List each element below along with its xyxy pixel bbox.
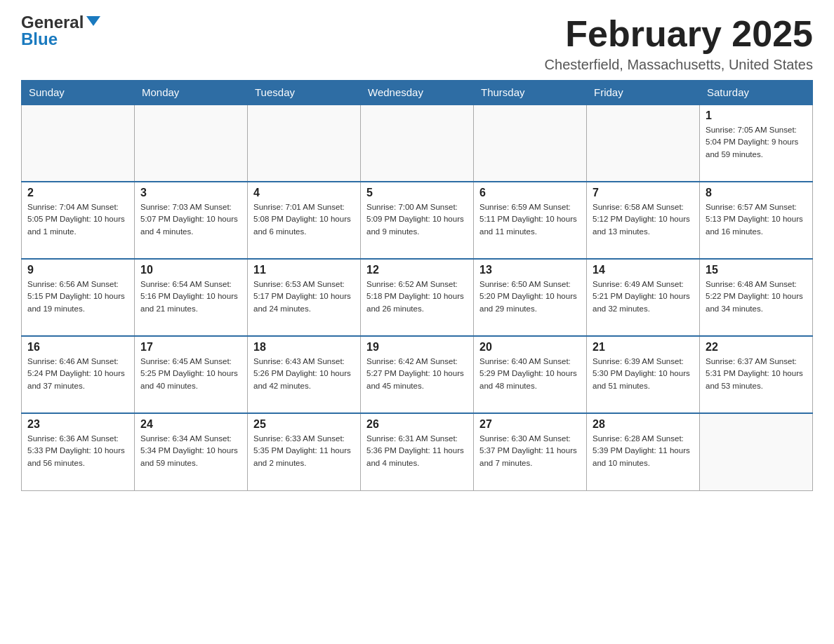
calendar-week-row-4: 16Sunrise: 6:46 AM Sunset: 5:24 PM Dayli…: [22, 336, 813, 413]
calendar-cell: 19Sunrise: 6:42 AM Sunset: 5:27 PM Dayli…: [361, 336, 474, 413]
day-info: Sunrise: 6:33 AM Sunset: 5:35 PM Dayligh…: [253, 433, 355, 469]
calendar-day-header-wednesday: Wednesday: [361, 81, 474, 105]
calendar-table: SundayMondayTuesdayWednesdayThursdayFrid…: [21, 80, 813, 491]
day-number: 12: [366, 264, 468, 276]
day-info: Sunrise: 6:59 AM Sunset: 5:11 PM Dayligh…: [479, 201, 581, 238]
day-info: Sunrise: 6:48 AM Sunset: 5:22 PM Dayligh…: [706, 279, 807, 315]
calendar-cell: [22, 105, 135, 182]
day-number: 19: [366, 341, 468, 354]
calendar-cell: [587, 105, 700, 182]
calendar-cell: 13Sunrise: 6:50 AM Sunset: 5:20 PM Dayli…: [474, 259, 587, 336]
day-number: 22: [706, 341, 807, 354]
day-number: 10: [140, 264, 241, 276]
calendar-week-row-3: 9Sunrise: 6:56 AM Sunset: 5:15 PM Daylig…: [22, 259, 813, 336]
day-info: Sunrise: 6:49 AM Sunset: 5:21 PM Dayligh…: [593, 279, 694, 315]
calendar-cell: 10Sunrise: 6:54 AM Sunset: 5:16 PM Dayli…: [135, 259, 248, 336]
day-number: 8: [706, 187, 807, 199]
day-info: Sunrise: 6:37 AM Sunset: 5:31 PM Dayligh…: [706, 356, 807, 392]
day-number: 4: [253, 187, 355, 199]
day-info: Sunrise: 6:31 AM Sunset: 5:36 PM Dayligh…: [366, 433, 468, 469]
calendar-week-row-5: 23Sunrise: 6:36 AM Sunset: 5:33 PM Dayli…: [22, 413, 813, 490]
day-info: Sunrise: 6:56 AM Sunset: 5:15 PM Dayligh…: [27, 279, 128, 315]
day-number: 15: [706, 264, 807, 276]
calendar-cell: 5Sunrise: 7:00 AM Sunset: 5:09 PM Daylig…: [361, 182, 474, 259]
day-info: Sunrise: 6:53 AM Sunset: 5:17 PM Dayligh…: [253, 279, 355, 315]
day-number: 5: [366, 187, 468, 199]
calendar-cell: [361, 105, 474, 182]
day-number: 28: [593, 418, 694, 431]
day-number: 9: [27, 264, 128, 276]
calendar-cell: 4Sunrise: 7:01 AM Sunset: 5:08 PM Daylig…: [248, 182, 361, 259]
day-number: 1: [706, 109, 807, 122]
month-title: February 2025: [545, 14, 813, 54]
day-info: Sunrise: 6:57 AM Sunset: 5:13 PM Dayligh…: [706, 201, 807, 238]
calendar-cell: [474, 105, 587, 182]
calendar-cell: 27Sunrise: 6:30 AM Sunset: 5:37 PM Dayli…: [474, 413, 587, 490]
location-subtitle: Chesterfield, Massachusetts, United Stat…: [545, 57, 813, 73]
calendar-week-row-1: 1Sunrise: 7:05 AM Sunset: 5:04 PM Daylig…: [22, 105, 813, 182]
day-info: Sunrise: 7:01 AM Sunset: 5:08 PM Dayligh…: [253, 201, 355, 238]
day-info: Sunrise: 6:52 AM Sunset: 5:18 PM Dayligh…: [366, 279, 468, 315]
day-info: Sunrise: 6:58 AM Sunset: 5:12 PM Dayligh…: [593, 201, 694, 238]
day-info: Sunrise: 6:46 AM Sunset: 5:24 PM Dayligh…: [27, 356, 128, 392]
calendar-cell: 15Sunrise: 6:48 AM Sunset: 5:22 PM Dayli…: [700, 259, 813, 336]
calendar-cell: 7Sunrise: 6:58 AM Sunset: 5:12 PM Daylig…: [587, 182, 700, 259]
calendar-header-row: SundayMondayTuesdayWednesdayThursdayFrid…: [22, 81, 813, 105]
calendar-cell: 22Sunrise: 6:37 AM Sunset: 5:31 PM Dayli…: [700, 336, 813, 413]
calendar-cell: 16Sunrise: 6:46 AM Sunset: 5:24 PM Dayli…: [22, 336, 135, 413]
calendar-cell: 8Sunrise: 6:57 AM Sunset: 5:13 PM Daylig…: [700, 182, 813, 259]
title-block: February 2025 Chesterfield, Massachusett…: [545, 14, 813, 73]
day-info: Sunrise: 6:50 AM Sunset: 5:20 PM Dayligh…: [479, 279, 581, 315]
day-info: Sunrise: 6:54 AM Sunset: 5:16 PM Dayligh…: [140, 279, 241, 315]
day-info: Sunrise: 6:42 AM Sunset: 5:27 PM Dayligh…: [366, 356, 468, 392]
calendar-cell: 6Sunrise: 6:59 AM Sunset: 5:11 PM Daylig…: [474, 182, 587, 259]
calendar-day-header-monday: Monday: [135, 81, 248, 105]
calendar-week-row-2: 2Sunrise: 7:04 AM Sunset: 5:05 PM Daylig…: [22, 182, 813, 259]
calendar-cell: 18Sunrise: 6:43 AM Sunset: 5:26 PM Dayli…: [248, 336, 361, 413]
calendar-cell: 23Sunrise: 6:36 AM Sunset: 5:33 PM Dayli…: [22, 413, 135, 490]
day-number: 18: [253, 341, 355, 354]
logo-general-text: General: [21, 14, 84, 31]
day-number: 24: [140, 418, 241, 431]
day-info: Sunrise: 6:39 AM Sunset: 5:30 PM Dayligh…: [593, 356, 694, 392]
day-info: Sunrise: 6:34 AM Sunset: 5:34 PM Dayligh…: [140, 433, 241, 469]
day-info: Sunrise: 6:45 AM Sunset: 5:25 PM Dayligh…: [140, 356, 241, 392]
day-info: Sunrise: 7:00 AM Sunset: 5:09 PM Dayligh…: [366, 201, 468, 238]
page-header: General Blue February 2025 Chesterfield,…: [21, 14, 813, 73]
day-info: Sunrise: 6:43 AM Sunset: 5:26 PM Dayligh…: [253, 356, 355, 392]
calendar-cell: 12Sunrise: 6:52 AM Sunset: 5:18 PM Dayli…: [361, 259, 474, 336]
calendar-day-header-thursday: Thursday: [474, 81, 587, 105]
logo-triangle-icon: [86, 16, 100, 26]
day-number: 3: [140, 187, 241, 199]
day-number: 21: [593, 341, 694, 354]
calendar-cell: 1Sunrise: 7:05 AM Sunset: 5:04 PM Daylig…: [700, 105, 813, 182]
day-number: 16: [27, 341, 128, 354]
day-number: 27: [479, 418, 581, 431]
day-number: 23: [27, 418, 128, 431]
day-info: Sunrise: 7:04 AM Sunset: 5:05 PM Dayligh…: [27, 201, 128, 238]
calendar-cell: 17Sunrise: 6:45 AM Sunset: 5:25 PM Dayli…: [135, 336, 248, 413]
calendar-day-header-saturday: Saturday: [700, 81, 813, 105]
day-number: 11: [253, 264, 355, 276]
calendar-day-header-sunday: Sunday: [22, 81, 135, 105]
day-number: 14: [593, 264, 694, 276]
day-number: 6: [479, 187, 581, 199]
calendar-cell: 21Sunrise: 6:39 AM Sunset: 5:30 PM Dayli…: [587, 336, 700, 413]
logo-blue-text: Blue: [21, 29, 58, 48]
day-number: 7: [593, 187, 694, 199]
calendar-cell: 9Sunrise: 6:56 AM Sunset: 5:15 PM Daylig…: [22, 259, 135, 336]
calendar-cell: [248, 105, 361, 182]
calendar-day-header-friday: Friday: [587, 81, 700, 105]
calendar-cell: 14Sunrise: 6:49 AM Sunset: 5:21 PM Dayli…: [587, 259, 700, 336]
day-info: Sunrise: 6:28 AM Sunset: 5:39 PM Dayligh…: [593, 433, 694, 469]
calendar-cell: [700, 413, 813, 490]
calendar-day-header-tuesday: Tuesday: [248, 81, 361, 105]
day-number: 17: [140, 341, 241, 354]
day-number: 13: [479, 264, 581, 276]
calendar-cell: 2Sunrise: 7:04 AM Sunset: 5:05 PM Daylig…: [22, 182, 135, 259]
calendar-cell: [135, 105, 248, 182]
calendar-cell: 26Sunrise: 6:31 AM Sunset: 5:36 PM Dayli…: [361, 413, 474, 490]
calendar-cell: 25Sunrise: 6:33 AM Sunset: 5:35 PM Dayli…: [248, 413, 361, 490]
day-info: Sunrise: 7:03 AM Sunset: 5:07 PM Dayligh…: [140, 201, 241, 238]
calendar-cell: 20Sunrise: 6:40 AM Sunset: 5:29 PM Dayli…: [474, 336, 587, 413]
